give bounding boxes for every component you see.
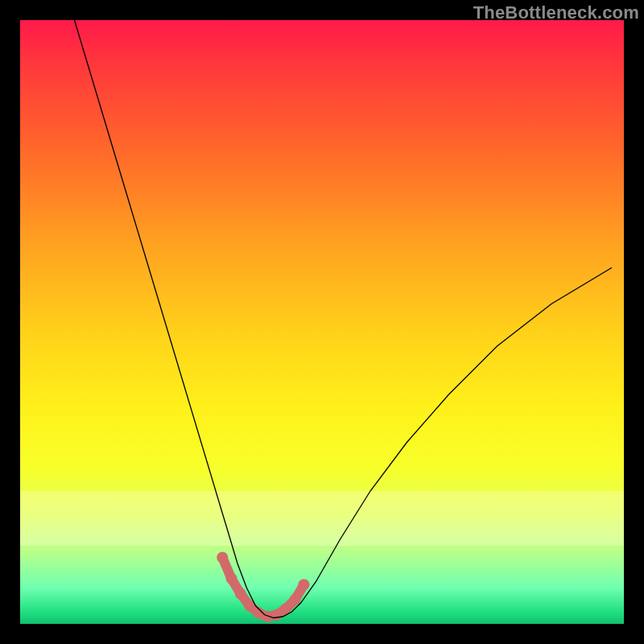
highlight-segment <box>222 558 303 617</box>
bottleneck-curve <box>75 20 613 618</box>
watermark-text: TheBottleneck.com <box>473 2 639 23</box>
highlight-dot <box>226 573 237 584</box>
highlight-dot <box>299 579 310 590</box>
plot-area <box>20 20 624 624</box>
highlight-dot <box>217 552 228 564</box>
chart-frame: TheBottleneck.com <box>0 0 644 644</box>
highlight-dot <box>289 594 300 605</box>
highlight-dots <box>217 552 309 623</box>
highlight-dot <box>235 588 246 600</box>
chart-svg <box>20 20 624 624</box>
